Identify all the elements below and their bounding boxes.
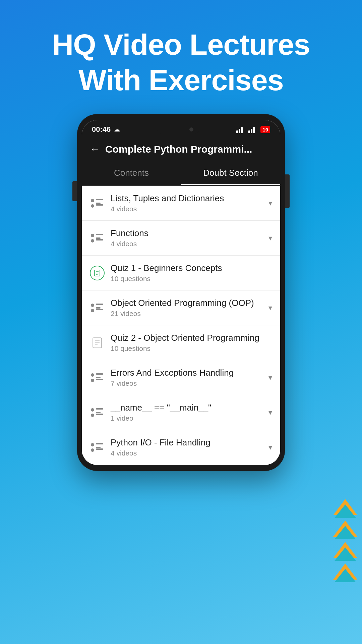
svg-rect-12: [96, 234, 103, 235]
svg-rect-4: [251, 129, 252, 133]
svg-rect-8: [96, 203, 101, 204]
tab-contents[interactable]: Contents: [82, 161, 181, 185]
svg-rect-30: [96, 373, 103, 375]
svg-point-32: [91, 379, 94, 382]
svg-rect-35: [96, 408, 103, 410]
svg-rect-13: [96, 237, 101, 239]
svg-point-39: [91, 443, 94, 446]
chevron-down-icon: ▾: [268, 408, 272, 417]
arrow-chevron-1: [332, 498, 359, 519]
svg-point-14: [91, 239, 94, 243]
quiz-icon: [90, 266, 105, 280]
item-subtitle: 21 videos: [111, 310, 262, 318]
hero-section: HQ Video Lectures With Exercises: [0, 0, 362, 98]
nav-bar: ← Complete Python Programmi...: [82, 138, 280, 161]
list-item[interactable]: Functions 4 videos ▾: [82, 221, 280, 256]
item-subtitle: 4 videos: [111, 449, 262, 457]
notch: [157, 125, 200, 134]
item-title: Errors And Exceptions Handling: [111, 368, 262, 378]
svg-point-9: [91, 204, 94, 208]
hero-title: HQ Video Lectures With Exercises: [0, 27, 362, 98]
svg-rect-38: [96, 414, 103, 415]
list-item[interactable]: Quiz 1 - Beginners Concepts 10 questions: [82, 256, 280, 290]
video-icon: [90, 231, 105, 246]
item-content: Quiz 1 - Beginners Concepts 10 questions: [111, 263, 272, 283]
quiz-plain-icon: [90, 335, 105, 350]
video-icon: [90, 370, 105, 385]
item-title: Python I/O - File Handling: [111, 437, 262, 448]
status-bar: 00:46 ☁: [82, 120, 280, 138]
svg-rect-36: [96, 412, 101, 413]
list-item[interactable]: Quiz 2 - Object Oriented Programming 10 …: [82, 325, 280, 360]
page-title: Complete Python Programmi...: [105, 144, 272, 155]
arrow-chevron-3: [332, 541, 359, 562]
content-list: Lists, Tuples and Dictionaries 4 videos …: [82, 186, 280, 465]
cloud-icon: ☁: [114, 126, 120, 133]
svg-rect-5: [253, 127, 255, 133]
svg-rect-43: [96, 448, 103, 450]
signal-icon: [236, 126, 246, 133]
chevron-down-icon: ▾: [268, 199, 272, 208]
hero-line2: With Exercises: [78, 63, 283, 97]
svg-point-20: [91, 304, 94, 307]
chevron-down-icon: ▾: [268, 443, 272, 452]
item-content: Quiz 2 - Object Oriented Programming 10 …: [111, 333, 272, 353]
battery-indicator: 19: [260, 126, 270, 133]
svg-point-29: [91, 373, 94, 377]
item-title: Quiz 2 - Object Oriented Programming: [111, 333, 272, 343]
svg-point-34: [91, 408, 94, 412]
chevron-down-icon: ▾: [268, 234, 272, 243]
item-subtitle: 7 videos: [111, 379, 262, 387]
item-subtitle: 4 videos: [111, 240, 262, 248]
item-subtitle: 4 videos: [111, 205, 262, 213]
video-icon: [90, 301, 105, 315]
item-content: Lists, Tuples and Dictionaries 4 videos: [111, 193, 262, 213]
item-title: Lists, Tuples and Dictionaries: [111, 193, 262, 204]
signal-icon2: [248, 126, 258, 133]
status-time: 00:46: [92, 125, 111, 134]
list-item[interactable]: Errors And Exceptions Handling 7 videos …: [82, 360, 280, 395]
list-item[interactable]: Python I/O - File Handling 4 videos ▾: [82, 430, 280, 465]
item-title: Object Oriented Programming (OOP): [111, 298, 262, 308]
arrow-chevron-4: [332, 562, 359, 584]
item-title: __name__ == "__main__": [111, 402, 262, 413]
list-item[interactable]: Lists, Tuples and Dictionaries 4 videos …: [82, 186, 280, 221]
video-icon: [90, 196, 105, 211]
item-content: __name__ == "__main__" 1 video: [111, 402, 262, 422]
svg-rect-2: [241, 127, 243, 133]
back-button[interactable]: ←: [90, 144, 100, 155]
item-content: Functions 4 videos: [111, 228, 262, 248]
decorative-arrows: [332, 498, 359, 584]
phone-screen: 00:46 ☁: [82, 120, 280, 465]
list-item[interactable]: Object Oriented Programming (OOP) 21 vid…: [82, 290, 280, 325]
arrow-chevron-2: [332, 519, 359, 541]
phone-frame: 00:46 ☁: [77, 114, 285, 471]
video-icon: [90, 405, 105, 420]
svg-rect-15: [96, 239, 103, 240]
item-content: Errors And Exceptions Handling 7 videos: [111, 368, 262, 387]
svg-rect-1: [239, 129, 240, 133]
item-subtitle: 10 questions: [111, 344, 272, 353]
svg-rect-22: [96, 307, 101, 309]
svg-rect-7: [96, 199, 103, 200]
list-item[interactable]: __name__ == "__main__" 1 video ▾: [82, 395, 280, 430]
phone-mockup: 00:46 ☁: [77, 114, 285, 471]
hero-line1: HQ Video Lectures: [52, 28, 310, 61]
svg-rect-40: [96, 443, 103, 444]
item-title: Quiz 1 - Beginners Concepts: [111, 263, 272, 273]
svg-rect-24: [96, 309, 103, 310]
tab-bar: Contents Doubt Section: [82, 161, 280, 186]
item-title: Functions: [111, 228, 262, 238]
tab-doubt[interactable]: Doubt Section: [181, 161, 280, 185]
item-content: Object Oriented Programming (OOP) 21 vid…: [111, 298, 262, 318]
video-icon: [90, 440, 105, 455]
svg-rect-41: [96, 447, 101, 448]
svg-rect-31: [96, 377, 101, 378]
svg-rect-33: [96, 379, 103, 380]
svg-point-6: [91, 199, 94, 202]
svg-rect-0: [236, 130, 238, 133]
chevron-down-icon: ▾: [268, 373, 272, 382]
svg-rect-10: [96, 204, 103, 206]
svg-point-37: [91, 414, 94, 417]
svg-rect-3: [248, 130, 250, 133]
